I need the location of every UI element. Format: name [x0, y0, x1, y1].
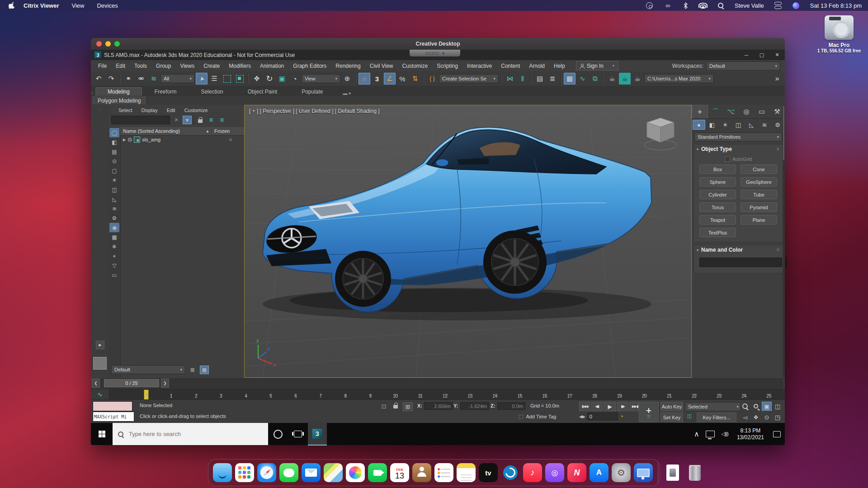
angle-snap-icon[interactable]: ∠ [384, 73, 396, 84]
minimize-button[interactable]: ─ [739, 50, 754, 60]
task-view-icon[interactable] [288, 423, 308, 445]
frame-tick[interactable]: 11 [408, 394, 433, 400]
dock-app-launchpad[interactable] [235, 463, 254, 482]
frame-tick[interactable]: 5 [258, 394, 283, 400]
helpers-category-icon[interactable]: ◺ [745, 120, 758, 130]
explorer-search-input[interactable] [111, 116, 170, 124]
current-frame-field[interactable]: 0 [587, 413, 618, 420]
column-frozen[interactable]: Frozen [211, 128, 244, 134]
modify-tab-icon[interactable]: ⌒ [708, 105, 723, 118]
citrix-titlebar[interactable]: Creative Desktop [91, 38, 785, 50]
primitive-button[interactable]: Teapot [699, 215, 736, 225]
dock-app-citrix-workspace[interactable] [501, 463, 520, 482]
frozen-cell-icon[interactable]: ❄ [217, 137, 244, 142]
name-color-header[interactable]: ▾ Name and Color ⠿ [694, 245, 783, 254]
ribbon-toggle-icon[interactable]: ▦ [564, 73, 576, 84]
grid-view-icon[interactable]: ▦ [200, 366, 209, 374]
percent-snap-icon[interactable]: % [396, 73, 408, 84]
frame-tick[interactable]: 0 [134, 394, 159, 400]
frame-tick[interactable]: 2 [184, 394, 208, 400]
display-toggle-icon[interactable]: ⊙ [109, 156, 119, 166]
play-button[interactable]: ▶ [604, 402, 616, 411]
toolbar-overflow-icon[interactable]: » [771, 73, 783, 84]
snaps-3d-icon[interactable]: 3 [371, 73, 383, 84]
max-menu-item[interactable]: Graph Editors [288, 63, 331, 69]
display-tab-icon[interactable]: ▭ [754, 105, 769, 118]
display-toggle-icon[interactable]: ⚙ [109, 213, 119, 223]
wifi-icon[interactable] [699, 3, 707, 8]
unlink-icon[interactable]: ⚮ [135, 73, 147, 84]
time-slider-handle[interactable]: 0 / 25 [104, 379, 159, 387]
frame-tick[interactable]: 16 [533, 394, 557, 400]
zoom-all-icon[interactable] [751, 402, 761, 411]
dock-app-messages[interactable] [279, 463, 298, 482]
rendered-frame-icon[interactable]: ☕ [619, 73, 631, 84]
ribbon-tab[interactable]: Populate [290, 88, 335, 96]
project-folder-select[interactable]: C:\Users\s...s Max 2020▾ [644, 74, 714, 83]
perspective-viewport[interactable]: [ + ] [ Perspective ] [ User Defined ] [… [244, 105, 692, 378]
display-toggle-icon[interactable]: ▢ [109, 166, 119, 175]
primitive-button[interactable]: Tube [741, 190, 777, 199]
primitive-button[interactable]: Pyramid [741, 202, 777, 212]
frame-tick[interactable]: 6 [283, 394, 308, 400]
dock-app-calendar[interactable]: FEB 13 [390, 463, 409, 482]
snaps-toggle-icon[interactable]: ∩ [359, 73, 370, 84]
dock-app-reminders[interactable] [434, 463, 453, 482]
display-toggle-icon[interactable]: ≋ [109, 204, 119, 213]
taskbar-search-input[interactable] [128, 430, 243, 438]
menubar-user[interactable]: Steve Valle [735, 2, 764, 9]
collapse-all-icon[interactable]: ≣ [217, 116, 226, 124]
dock-app-safari[interactable] [257, 463, 276, 482]
bind-spacewarp-icon[interactable]: ≋ [148, 73, 160, 84]
primitive-button[interactable]: GeoSphere [741, 177, 777, 187]
display-toggle-icon[interactable]: ▽ [109, 261, 119, 270]
max-menu-item[interactable]: Customize [398, 63, 433, 69]
dock-app-system-preferences[interactable]: ⚙ [612, 463, 631, 482]
frame-stepper-icon[interactable]: ◀▶ [579, 414, 585, 419]
max-menu-item[interactable]: Group [151, 63, 175, 69]
ribbon-minimize-icon[interactable]: ▬ ▾ [343, 91, 351, 96]
sign-in-button[interactable]: Sign In ▾ [576, 61, 618, 70]
object-name-input[interactable] [699, 258, 782, 267]
desktop-icon-macpro[interactable]: Mac Pro 1 TB, 556.52 GB free [816, 15, 862, 53]
bluetooth-icon[interactable] [681, 1, 689, 9]
display-toggle-icon[interactable]: ⌖ [109, 251, 119, 261]
render-setup-icon[interactable]: ☕ [606, 73, 618, 84]
max-menu-item[interactable]: File [94, 63, 111, 69]
menubar-menu-devices[interactable]: Devices [90, 2, 124, 9]
viewport-layout-thumb[interactable] [93, 357, 107, 370]
align-icon[interactable]: ⫴ [517, 73, 528, 84]
named-selection-sets-icon[interactable]: { } [426, 73, 438, 84]
y-coordinate-field[interactable]: -1.624m [460, 402, 489, 410]
visibility-eye-icon[interactable]: ⊙ [127, 136, 132, 143]
auto-key-button[interactable]: Auto Key [660, 402, 683, 411]
frame-tick[interactable]: 14 [482, 394, 507, 400]
layer-explorer-toggle-icon[interactable]: ≣ [547, 73, 558, 84]
action-center-icon[interactable] [769, 423, 785, 445]
dock-app-photos[interactable] [346, 463, 365, 482]
go-to-start-button[interactable]: ▮◀◀ [579, 402, 590, 411]
frame-tick[interactable]: 4 [233, 394, 258, 400]
ribbon-tab[interactable]: Modeling [95, 87, 142, 96]
shapes-category-icon[interactable]: ◧ [706, 120, 718, 130]
display-toggle-icon[interactable]: ◯ [109, 128, 119, 137]
use-pivot-center-icon[interactable]: ⊕ [341, 73, 353, 84]
curve-editor-icon[interactable]: ∿ [576, 73, 588, 84]
max-menu-item[interactable]: Civil View [365, 63, 398, 69]
dock-app-mail[interactable] [302, 463, 321, 482]
polygon-modeling-panel[interactable]: Polygon Modeling [93, 97, 146, 104]
max-menu-item[interactable]: Views [175, 63, 199, 69]
close-traffic-button[interactable] [96, 41, 102, 47]
key-filters-button[interactable]: Key Filters... [697, 413, 736, 422]
max-menu-item[interactable]: Scripting [432, 63, 462, 69]
maxscript-mini-listener[interactable]: MAXScript Mi [93, 412, 134, 422]
taskbar-3dsmax-icon[interactable]: 3 [308, 422, 327, 446]
frame-tick[interactable]: 7 [308, 394, 333, 400]
window-crossing-icon[interactable] [234, 73, 245, 84]
primitive-button[interactable]: TextPlus [699, 228, 736, 237]
adobe-cc-icon[interactable]: ∞ [663, 1, 671, 9]
scene-explorer-toggle-icon[interactable]: ▤ [534, 73, 546, 84]
max-menu-item[interactable]: Arnold [524, 63, 549, 69]
spotlight-icon[interactable] [717, 1, 725, 9]
frame-tick[interactable]: 17 [557, 394, 582, 400]
